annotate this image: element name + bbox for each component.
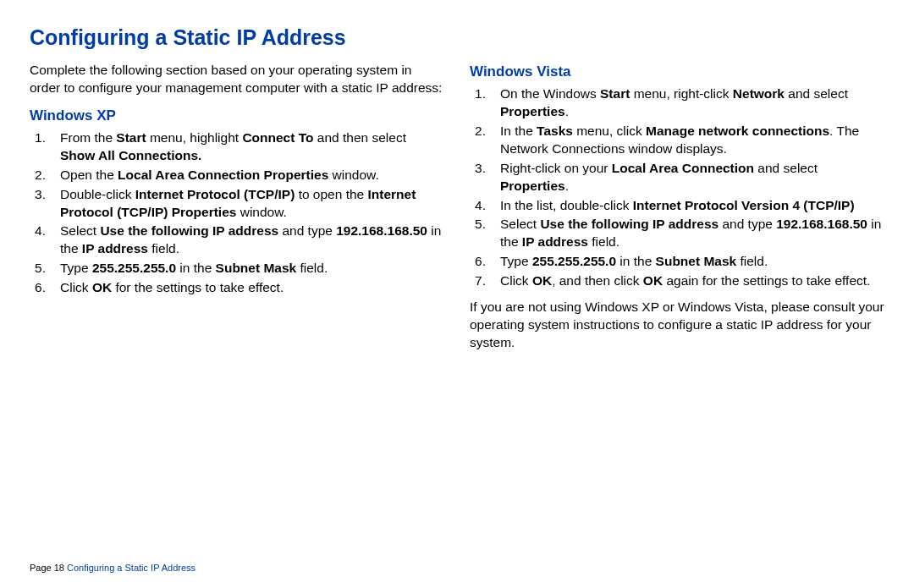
note-paragraph: If you are not using Windows XP or Windo… [470,299,884,352]
steps-windows-xp: From the Start menu, highlight Connect T… [30,129,444,297]
heading-windows-xp: Windows XP [30,107,444,124]
page-footer: Page 18 Configuring a Static IP Address [30,563,195,573]
content-columns: Complete the following section based on … [30,62,884,352]
step-item: Right-click on your Local Area Connectio… [470,160,884,195]
step-item: On the Windows Start menu, right-click N… [470,85,884,121]
step-item: Select Use the following IP address and … [470,216,884,251]
column-left: Complete the following section based on … [30,62,444,352]
step-item: Select Use the following IP address and … [30,223,444,258]
step-item: Click OK, and then click OK again for th… [470,272,884,290]
step-item: Open the Local Area Connection Propertie… [30,167,444,184]
heading-windows-vista: Windows Vista [470,63,884,80]
intro-paragraph: Complete the following section based on … [30,62,444,97]
step-item: Click OK for the settings to take effect… [30,279,444,297]
step-item: In the Tasks menu, click Manage network … [470,123,884,158]
step-item: Type 255.255.255.0 in the Subnet Mask fi… [30,260,444,278]
step-item: From the Start menu, highlight Connect T… [30,129,444,165]
step-item: Type 255.255.255.0 in the Subnet Mask fi… [470,253,884,271]
step-item: Double-click Internet Protocol (TCP/IP) … [30,186,444,222]
column-right: Windows Vista On the Windows Start menu,… [470,62,884,352]
step-item: In the list, double-click Internet Proto… [470,197,884,215]
footer-page-number: Page 18 [30,563,64,573]
page-title: Configuring a Static IP Address [30,25,884,50]
steps-windows-vista: On the Windows Start menu, right-click N… [470,85,884,290]
footer-title: Configuring a Static IP Address [67,563,195,573]
